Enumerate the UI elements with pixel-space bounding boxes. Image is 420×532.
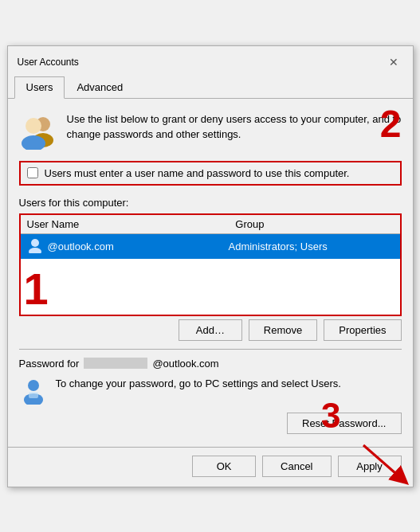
users-for-label: Users for this computer: xyxy=(19,197,402,209)
tab-users[interactable]: Users xyxy=(14,76,65,99)
require-password-checkbox[interactable] xyxy=(27,167,38,178)
tab-bar: Users Advanced xyxy=(8,72,413,99)
action-buttons-row: Add… Remove Properties xyxy=(19,319,402,341)
password-username-blurred xyxy=(84,358,147,369)
table-empty-area: 1 xyxy=(21,259,400,315)
cancel-button[interactable]: Cancel xyxy=(262,456,331,477)
annotation-badge-1: 1 xyxy=(24,267,49,311)
password-info-row: To change your password, go to PC settin… xyxy=(19,376,402,405)
reset-password-button[interactable]: Reset Password... xyxy=(287,413,402,434)
user-row-username: @outlook.com xyxy=(48,241,114,252)
apply-button[interactable]: Apply xyxy=(338,456,402,477)
properties-button[interactable]: Properties xyxy=(324,319,401,341)
password-btn-row: 3 Reset Password... xyxy=(19,413,402,434)
window-title: User Accounts xyxy=(18,57,79,68)
users-icon xyxy=(19,111,57,150)
checkbox-container: Users must enter a user name and passwor… xyxy=(19,161,402,186)
tab-content: Use the list below to grant or deny user… xyxy=(8,99,413,447)
svg-point-6 xyxy=(28,380,39,391)
password-icon xyxy=(19,376,48,405)
close-button[interactable]: ✕ xyxy=(384,55,403,69)
svg-point-4 xyxy=(31,239,39,247)
password-for-row: Password for @outlook.com xyxy=(19,358,402,370)
top-section: Use the list below to grant or deny user… xyxy=(19,111,402,150)
password-username-email: @outlook.com xyxy=(152,358,218,370)
user-row-icon xyxy=(27,237,43,256)
ok-button[interactable]: OK xyxy=(192,456,256,477)
annotation-badge-2: 2 xyxy=(380,105,402,143)
checkbox-label[interactable]: Users must enter a user name and passwor… xyxy=(45,167,350,179)
password-section: Password for @outlook.com To change your… xyxy=(19,349,402,434)
svg-point-2 xyxy=(26,118,41,134)
title-bar: User Accounts ✕ xyxy=(8,46,413,72)
user-row-group: Administrators; Users xyxy=(229,241,394,252)
add-button[interactable]: Add… xyxy=(179,319,242,341)
top-description: Use the list below to grant or deny user… xyxy=(67,111,402,143)
users-table-container: User Name Group @outlook.com Administrat… xyxy=(19,213,402,316)
password-for-label: Password for xyxy=(19,358,80,370)
password-description: To change your password, go to PC settin… xyxy=(56,376,402,392)
remove-button[interactable]: Remove xyxy=(249,319,317,341)
svg-point-5 xyxy=(29,248,41,253)
col-username-header: User Name xyxy=(21,215,230,233)
tab-advanced[interactable]: Advanced xyxy=(65,76,135,98)
table-row[interactable]: @outlook.com Administrators; Users xyxy=(21,234,400,259)
table-header: User Name Group xyxy=(21,215,400,234)
dialog-window: User Accounts ✕ Users Advanced xyxy=(7,45,414,487)
svg-rect-8 xyxy=(29,392,38,398)
col-group-header: Group xyxy=(229,215,399,233)
annotation-badge-3: 3 xyxy=(321,398,340,433)
footer-buttons: OK Cancel Apply xyxy=(8,447,413,487)
